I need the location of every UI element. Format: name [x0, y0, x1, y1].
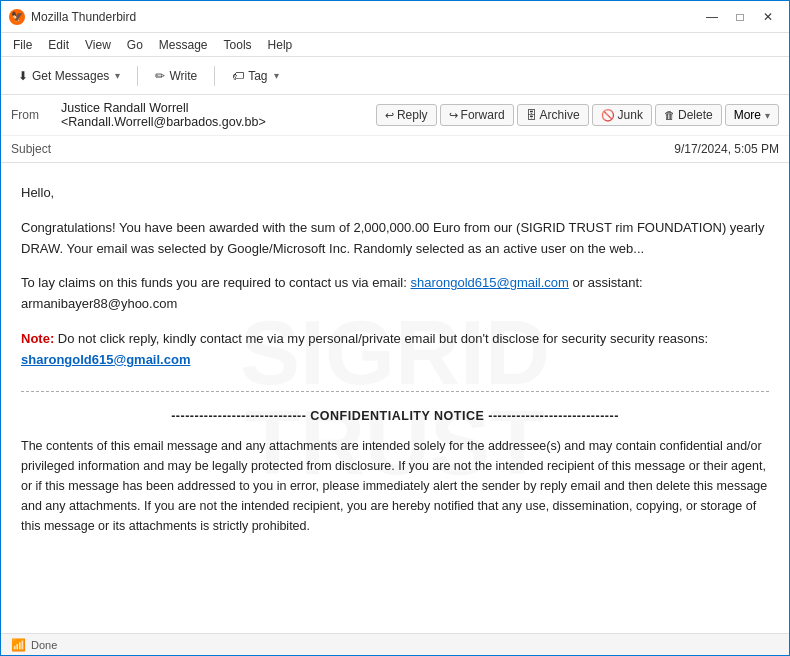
- menu-file[interactable]: File: [5, 36, 40, 54]
- tag-icon: 🏷: [232, 69, 244, 83]
- paragraph2: To lay claims on this funds you are requ…: [21, 273, 769, 315]
- maximize-button[interactable]: □: [727, 7, 753, 27]
- get-messages-icon: ⬇: [18, 69, 28, 83]
- window-controls: — □ ✕: [699, 7, 781, 27]
- note-text: Do not click reply, kindly contact me vi…: [54, 331, 708, 346]
- get-messages-dropdown-icon: ▾: [115, 70, 120, 81]
- status-icon: 📶: [11, 638, 26, 652]
- get-messages-label: Get Messages: [32, 69, 109, 83]
- toolbar-separator-2: [214, 66, 215, 86]
- title-bar: 🦅 Mozilla Thunderbird — □ ✕: [1, 1, 789, 33]
- email-content: Hello, Congratulations! You have been aw…: [21, 183, 769, 536]
- greeting: Hello,: [21, 183, 769, 204]
- title-bar-left: 🦅 Mozilla Thunderbird: [9, 9, 136, 25]
- menu-view[interactable]: View: [77, 36, 119, 54]
- more-dropdown-icon: ▾: [765, 110, 770, 121]
- junk-label: Junk: [618, 108, 643, 122]
- from-value: Justice Randall Worrell <Randall.Worrell…: [61, 101, 376, 129]
- write-label: Write: [169, 69, 197, 83]
- from-label: From: [11, 108, 61, 122]
- menu-edit[interactable]: Edit: [40, 36, 77, 54]
- archive-icon: 🗄: [526, 109, 537, 121]
- forward-icon: ↪: [449, 109, 458, 122]
- from-row: From Justice Randall Worrell <Randall.Wo…: [1, 95, 789, 136]
- confidentiality-title: ----------------------------- CONFIDENTI…: [21, 406, 769, 426]
- delete-label: Delete: [678, 108, 713, 122]
- reply-icon: ↩: [385, 109, 394, 122]
- reply-button[interactable]: ↩ Reply: [376, 104, 437, 126]
- junk-button[interactable]: 🚫 Junk: [592, 104, 652, 126]
- main-window: 🦅 Mozilla Thunderbird — □ ✕ File Edit Vi…: [0, 0, 790, 656]
- menu-go[interactable]: Go: [119, 36, 151, 54]
- toolbar: ⬇ Get Messages ▾ ✏ Write 🏷 Tag ▾: [1, 57, 789, 95]
- email2: armanibayer88@yhoo.com: [21, 296, 177, 311]
- title-bar-text: Mozilla Thunderbird: [31, 10, 136, 24]
- toolbar-separator-1: [137, 66, 138, 86]
- email-date: 9/17/2024, 5:05 PM: [674, 142, 779, 156]
- menu-message[interactable]: Message: [151, 36, 216, 54]
- minimize-button[interactable]: —: [699, 7, 725, 27]
- tag-button[interactable]: 🏷 Tag ▾: [223, 64, 287, 88]
- write-icon: ✏: [155, 69, 165, 83]
- note-label: Note:: [21, 331, 54, 346]
- confidentiality-text: The contents of this email message and a…: [21, 436, 769, 536]
- email-header: From Justice Randall Worrell <Randall.Wo…: [1, 95, 789, 163]
- paragraph2-middle: or assistant:: [569, 275, 643, 290]
- status-bar: 📶 Done: [1, 633, 789, 655]
- menu-tools[interactable]: Tools: [216, 36, 260, 54]
- junk-icon: 🚫: [601, 109, 615, 122]
- more-label: More: [734, 108, 761, 122]
- subject-row: Subject 9/17/2024, 5:05 PM: [1, 136, 789, 162]
- subject-label: Subject: [11, 142, 61, 156]
- menu-help[interactable]: Help: [260, 36, 301, 54]
- header-actions: ↩ Reply ↪ Forward 🗄 Archive 🚫 Junk 🗑: [376, 104, 779, 126]
- more-button[interactable]: More ▾: [725, 104, 779, 126]
- note-email[interactable]: sharongold615@gmail.com: [21, 352, 190, 367]
- forward-label: Forward: [461, 108, 505, 122]
- tag-dropdown-icon: ▾: [274, 70, 279, 81]
- delete-button[interactable]: 🗑 Delete: [655, 104, 722, 126]
- close-button[interactable]: ✕: [755, 7, 781, 27]
- tag-label: Tag: [248, 69, 267, 83]
- email-body: SIGRIDTRUST Hello, Congratulations! You …: [1, 163, 789, 633]
- write-button[interactable]: ✏ Write: [146, 64, 206, 88]
- email-link-1[interactable]: sharongold615@gmail.com: [410, 275, 568, 290]
- reply-label: Reply: [397, 108, 428, 122]
- paragraph2-prefix: To lay claims on this funds you are requ…: [21, 275, 410, 290]
- app-icon: 🦅: [9, 9, 25, 25]
- status-text: Done: [31, 639, 57, 651]
- paragraph1: Congratulations! You have been awarded w…: [21, 218, 769, 260]
- note-paragraph: Note: Do not click reply, kindly contact…: [21, 329, 769, 371]
- confidentiality-section: ----------------------------- CONFIDENTI…: [21, 391, 769, 536]
- archive-button[interactable]: 🗄 Archive: [517, 104, 589, 126]
- archive-label: Archive: [540, 108, 580, 122]
- get-messages-button[interactable]: ⬇ Get Messages ▾: [9, 64, 129, 88]
- delete-icon: 🗑: [664, 109, 675, 121]
- forward-button[interactable]: ↪ Forward: [440, 104, 514, 126]
- menu-bar: File Edit View Go Message Tools Help: [1, 33, 789, 57]
